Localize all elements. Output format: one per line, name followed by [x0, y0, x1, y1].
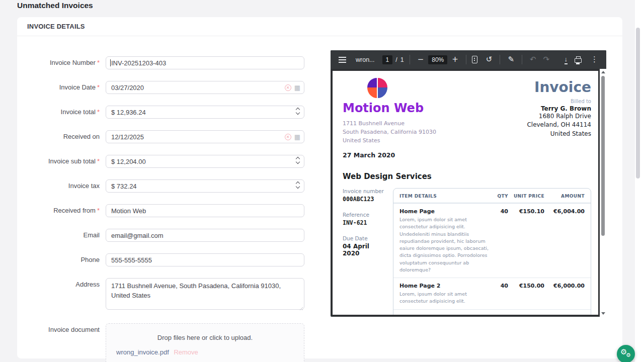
file-dropzone[interactable]: Drop files here or click to upload. wron…: [106, 323, 304, 362]
invoice-number-input[interactable]: [106, 56, 304, 69]
field-row-invoice-number: Invoice Number*: [17, 56, 339, 69]
stepper-up-icon[interactable]: [296, 108, 300, 111]
pdf-file-name: wron...: [356, 56, 375, 63]
field-label: Received on: [17, 130, 106, 143]
pdf-scrollbar[interactable]: [600, 69, 606, 317]
items-table: ITEM DETAILS QTY UNIT PRICE AMOUNT Home …: [393, 188, 591, 315]
zoom-out-button[interactable]: −: [416, 55, 426, 64]
table-row: Home Page Lorem, ipsum dolor sit amet co…: [393, 203, 591, 278]
field-label: Email: [17, 229, 106, 242]
field-row-invoice-tax: Invoice tax: [17, 179, 339, 193]
received-on-input[interactable]: [106, 130, 304, 143]
table-row: Home Page 2 Lorem, ipsum dolor sit amet …: [393, 278, 591, 309]
page-scrollbar[interactable]: [635, 0, 644, 362]
field-label: Received from*: [17, 204, 106, 217]
clear-date-icon[interactable]: ✕: [285, 84, 291, 91]
section-title: INVOICE DETAILS: [27, 23, 85, 30]
field-row-received-from: Received from*: [17, 204, 339, 217]
page-title: Unmatched Invoices: [17, 1, 93, 10]
invoice-total-input[interactable]: [106, 106, 304, 119]
toolbar-divider: [410, 55, 410, 64]
stepper-down-icon[interactable]: [296, 186, 300, 189]
fit-page-icon[interactable]: [472, 56, 477, 63]
invoice-number-label: Invoice number: [343, 188, 387, 194]
field-row-invoice-document: Invoice document Drop files here or clic…: [17, 323, 339, 362]
field-row-received-on: Received on ✕ ▦: [17, 130, 339, 143]
email-input[interactable]: [106, 229, 304, 242]
billed-to-address: United States: [527, 130, 591, 138]
number-stepper[interactable]: [296, 182, 300, 189]
text-cursor: [110, 59, 111, 66]
uploaded-file-link[interactable]: wrong_invoice.pdf: [116, 348, 169, 356]
pdf-page: Motion Web 1711 Bushnell Avenue South Pa…: [333, 71, 598, 315]
download-icon[interactable]: ↓: [565, 55, 568, 64]
rotate-icon[interactable]: ↺: [484, 55, 495, 64]
invoice-form: Invoice Number* Invoice Date* ✕ ▦ Invoic…: [17, 46, 339, 362]
zoom-in-button[interactable]: +: [450, 55, 460, 64]
calendar-icon[interactable]: ▦: [294, 84, 300, 91]
scroll-down-icon[interactable]: [601, 312, 605, 315]
page-number-input[interactable]: 1: [382, 55, 393, 64]
field-label: Invoice document: [17, 323, 106, 362]
address-textarea[interactable]: 1711 Bushnell Avenue, South Pasadena, Ca…: [106, 278, 304, 310]
field-row-address: Address 1711 Bushnell Avenue, South Pasa…: [17, 278, 339, 312]
field-label: Invoice sub total*: [17, 155, 106, 168]
toolbar-divider: [522, 55, 522, 64]
automation-fab-button[interactable]: ⚙ ⚙: [617, 345, 635, 362]
company-name: Motion Web: [343, 101, 436, 115]
service-title: Web Design Services: [343, 172, 598, 181]
menu-icon[interactable]: [339, 59, 346, 60]
items-table-header: ITEM DETAILS QTY UNIT PRICE AMOUNT: [393, 189, 591, 203]
gear-icon: ⚙: [626, 352, 631, 358]
received-from-input[interactable]: [106, 204, 304, 217]
stepper-up-icon[interactable]: [296, 157, 300, 160]
zoom-level-input[interactable]: 80%: [428, 55, 447, 64]
invoice-tax-input[interactable]: [106, 179, 304, 193]
field-label: Invoice Date*: [17, 81, 106, 94]
page-scrollbar-thumb[interactable]: [636, 28, 640, 178]
stepper-up-icon[interactable]: [296, 182, 300, 185]
redo-icon[interactable]: ↷: [541, 55, 552, 64]
due-date-value: 04 April 2020: [343, 243, 387, 257]
pdf-body: Motion Web 1711 Bushnell Avenue South Pa…: [331, 69, 606, 317]
more-options-icon[interactable]: ⋮: [589, 55, 600, 64]
billed-to-name: Terry G. Brown: [527, 105, 591, 112]
table-row: Home Page 3 Lorem, ipsum dolor sit amet …: [393, 309, 591, 315]
field-label: Phone: [17, 253, 106, 266]
pdf-viewer: wron... 1 / 1 − 80% + ↺ ✎ ↶ ↷ ↓ ⋮: [331, 50, 606, 317]
clear-date-icon[interactable]: ✕: [285, 134, 291, 140]
scroll-up-icon[interactable]: [601, 71, 605, 73]
doc-company-block: Motion Web 1711 Bushnell Avenue South Pa…: [343, 78, 436, 159]
company-logo-icon: [367, 78, 388, 98]
pdf-toolbar: wron... 1 / 1 − 80% + ↺ ✎ ↶ ↷ ↓ ⋮: [331, 50, 606, 69]
card-header: INVOICE DETAILS: [17, 17, 622, 36]
field-label: Address: [17, 278, 106, 312]
invoice-date-input[interactable]: [106, 81, 304, 94]
invoice-date-text: 27 March 2020: [343, 151, 436, 159]
number-stepper[interactable]: [296, 157, 300, 164]
stepper-down-icon[interactable]: [296, 112, 300, 115]
remove-file-link[interactable]: Remove: [174, 348, 198, 356]
undo-icon[interactable]: ↶: [528, 55, 538, 64]
field-row-email: Email: [17, 229, 339, 242]
stepper-down-icon[interactable]: [296, 161, 300, 164]
annotate-icon[interactable]: ✎: [506, 55, 516, 64]
company-address: 1711 Bushnell Avenue South Pasadena, Cal…: [343, 119, 436, 145]
doc-billing-block: Invoice Billed to Terry G. Brown 1680 Ra…: [527, 78, 591, 159]
reference-label: Reference: [343, 212, 387, 218]
calendar-icon[interactable]: ▦: [294, 134, 300, 140]
field-row-invoice-total: Invoice total*: [17, 106, 339, 119]
field-label: Invoice tax: [17, 179, 106, 193]
invoice-subtotal-input[interactable]: [106, 155, 304, 168]
billed-to-address: 1680 Ralph Drive: [527, 112, 591, 121]
invoice-details-card: INVOICE DETAILS Invoice Number* Invoice …: [17, 17, 622, 358]
print-icon[interactable]: [575, 58, 582, 63]
field-label: Invoice Number*: [17, 56, 106, 69]
pdf-scrollbar-thumb[interactable]: [601, 76, 605, 236]
number-stepper[interactable]: [296, 108, 300, 115]
phone-input[interactable]: [106, 253, 304, 266]
reference-value: INV-621: [343, 219, 387, 226]
toolbar-divider: [500, 55, 500, 64]
toolbar-divider: [466, 55, 466, 64]
field-label: Invoice total*: [17, 106, 106, 119]
